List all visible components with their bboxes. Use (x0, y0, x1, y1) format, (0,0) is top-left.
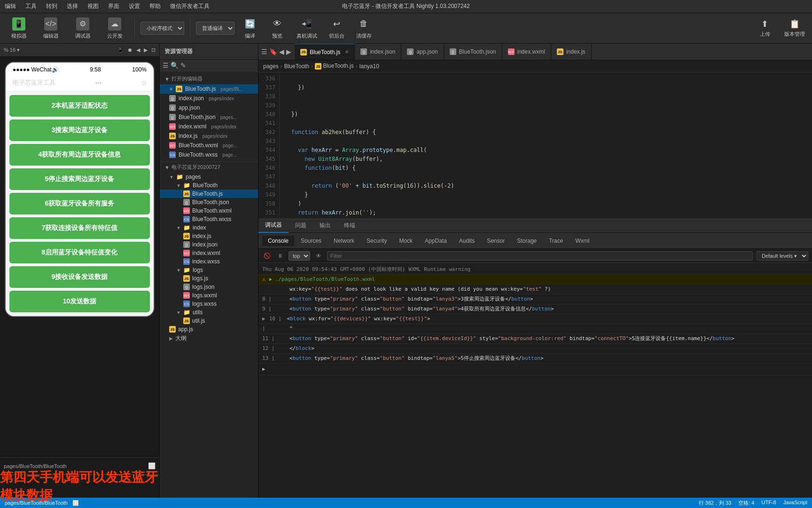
phone-icon-back[interactable]: ◀ (136, 47, 140, 53)
menu-item-wechat[interactable]: 微信开发者工具 (170, 2, 210, 10)
clear-button[interactable]: 🗑 清缓存 (352, 16, 375, 41)
open-file-app-json[interactable]: {} app.json (160, 103, 258, 112)
tree-index-js[interactable]: JS index.js (160, 232, 258, 240)
phone-btn-3[interactable]: 5停止搜索周边蓝牙设备 (9, 168, 150, 190)
version-button[interactable]: 📋 版本管理 (781, 16, 807, 40)
open-file-bluetooth-js[interactable]: ✕ JS BlueTooth.js pages/Bl... (160, 84, 258, 94)
dt-tab-trace[interactable]: Trace (543, 236, 569, 246)
phone-btn-4[interactable]: 6获取蓝牙设备所有服务 (9, 193, 150, 214)
tree-util-js[interactable]: JS util.js (160, 317, 258, 325)
tab-forward-icon[interactable]: ▶ (286, 48, 291, 56)
tree-logs-folder[interactable]: ▼ 📁 logs (160, 266, 258, 274)
tree-index-wxss[interactable]: CS index.wxss (160, 257, 258, 266)
simulator-button[interactable]: 📱 模拟器 (5, 16, 33, 41)
tree-bluetooth-js[interactable]: JS BlueTooth.js (160, 190, 258, 198)
file-panel-icon-new[interactable]: ✎ (180, 62, 186, 69)
tree-utils-folder[interactable]: ▼ 📁 utils (160, 308, 258, 317)
console-level-select[interactable]: Default levels ▾ (757, 251, 808, 261)
tree-index-wxml[interactable]: WX index.wxml (160, 249, 258, 257)
open-file-index-json[interactable]: {} index.json pages/index (160, 94, 258, 103)
phone-icon-device[interactable]: 📱 (117, 47, 124, 53)
tree-index-folder[interactable]: ▼ 📁 index (160, 223, 258, 232)
phone-close-icon[interactable]: ⊙ (141, 79, 147, 87)
phone-more-icon[interactable]: ••• (95, 79, 102, 87)
backend-button[interactable]: ↩ 切后台 (325, 16, 348, 41)
dt-tab-appdata[interactable]: AppData (419, 236, 453, 246)
console-tab-terminal[interactable]: 终端 (337, 219, 362, 233)
editor-button[interactable]: </> 编辑器 (37, 16, 65, 41)
tab-hamburger-icon[interactable]: ☰ (261, 48, 267, 56)
open-file-index-wxml[interactable]: WX index.wxml pages/index (160, 122, 258, 131)
phone-icon-forward[interactable]: ▶ (144, 47, 148, 53)
breadcrumb-bluetooth[interactable]: BlueTooth (284, 63, 309, 70)
open-file-index-js[interactable]: JS index.js pages/index (160, 131, 258, 141)
breadcrumb-bluetooth-js[interactable]: JS BlueTooth.js (315, 63, 354, 70)
file-panel-icon-hamburger[interactable]: ☰ (163, 62, 169, 69)
console-tab-problems[interactable]: 问题 (289, 219, 313, 233)
warning-source[interactable]: ▶ ./pages/BlueTooth/BlueTooth.wxml (269, 276, 375, 283)
console-tab-output[interactable]: 输出 (313, 219, 337, 233)
console-scope-select[interactable]: top (289, 251, 310, 261)
console-clear-btn[interactable]: 🚫 (262, 251, 272, 261)
real-machine-button[interactable]: 📲 真机调试 (293, 16, 321, 41)
tree-bluetooth-json[interactable]: {} BlueTooth.json (160, 198, 258, 206)
tab-index-json[interactable]: {} index.json (355, 44, 401, 60)
console-tab-debug[interactable]: 调试器 (258, 219, 289, 233)
tree-pages-folder[interactable]: ▼ 📁 pages (160, 173, 258, 181)
compile-button[interactable]: 🔄 编译 (238, 16, 262, 41)
phone-btn-0[interactable]: 2本机蓝牙适配状态 (9, 95, 150, 117)
tab-bluetooth-js[interactable]: JS BlueTooth.js ✕ (295, 44, 355, 60)
compiler-select[interactable]: 普通编译 (196, 22, 234, 35)
tab-index-wxml[interactable]: WX index.wxml (502, 44, 551, 60)
file-panel-icon-search[interactable]: 🔍 (171, 62, 179, 69)
close-x-icon[interactable]: ✕ (169, 87, 173, 92)
phone-btn-1[interactable]: 3搜索周边蓝牙设备 (9, 119, 150, 141)
breadcrumb-lanya10[interactable]: lanya10 (359, 63, 379, 70)
phone-btn-8[interactable]: 10发送数据 (9, 291, 150, 312)
tree-bluetooth-folder[interactable]: ▼ 📁 BlueTooth (160, 181, 258, 190)
tree-logs-wxss[interactable]: CS logs.wxss (160, 300, 258, 308)
breadcrumb-pages[interactable]: pages (263, 63, 279, 70)
cloud-button[interactable]: ☁ 云开发 (101, 16, 129, 41)
dt-tab-network[interactable]: Network (328, 236, 360, 246)
tab-index-js[interactable]: JS index.js (551, 44, 592, 60)
upload-button[interactable]: ⬆ 上传 (752, 16, 778, 40)
open-file-bluetooth-wxss[interactable]: CS BlueTooth.wxss page... (160, 150, 258, 159)
menu-item-select[interactable]: 选择 (67, 2, 78, 10)
menu-item-help[interactable]: 帮助 (149, 2, 161, 10)
menu-item-interface[interactable]: 界面 (108, 2, 119, 10)
open-file-bluetooth-json[interactable]: {} BlueTooth.json pages... (160, 112, 258, 122)
dt-tab-audits[interactable]: Audits (453, 236, 480, 246)
phone-icon-record[interactable]: ⏺ (127, 47, 133, 53)
console-pause-btn[interactable]: ⏸ (275, 251, 285, 261)
code-content[interactable]: }) }) function ab2hex(buffer) { var hexA… (280, 72, 812, 218)
tree-index-json[interactable]: {} index.json (160, 240, 258, 249)
menu-item-goto[interactable]: 转到 (46, 2, 57, 10)
dt-tab-sensor[interactable]: Sensor (481, 236, 510, 246)
tab-bookmark-icon[interactable]: 🔖 (269, 48, 277, 56)
menu-item-edit[interactable]: 编辑 (5, 2, 16, 10)
expand-icon[interactable]: ▶ (262, 315, 265, 323)
dt-tab-security[interactable]: Security (361, 236, 392, 246)
menu-item-tools[interactable]: 工具 (25, 2, 37, 10)
console-eye-btn[interactable]: 👁 (314, 251, 323, 261)
bluetooth-js-tab-close[interactable]: ✕ (345, 49, 349, 55)
wxml-icon[interactable]: ⬜ (72, 500, 79, 506)
tab-app-json[interactable]: {} app.json (401, 44, 444, 60)
phone-btn-6[interactable]: 8启用蓝牙设备特征值变化 (9, 242, 150, 263)
dt-tab-storage[interactable]: Storage (511, 236, 542, 246)
dt-tab-sources[interactable]: Sources (295, 236, 327, 246)
dt-tab-mock[interactable]: Mock (393, 236, 418, 246)
menu-item-settings[interactable]: 设置 (129, 2, 140, 10)
console-input-line[interactable]: ▶ (258, 364, 812, 375)
phone-icon-fullscreen[interactable]: ⊡ (151, 47, 156, 53)
tab-back-icon[interactable]: ◀ (279, 48, 284, 56)
phone-btn-7[interactable]: 9接收设备发送数据 (9, 266, 150, 288)
tree-logs-json[interactable]: {} logs.json (160, 283, 258, 291)
preview-button[interactable]: 👁 预览 (265, 16, 289, 41)
tab-bluetooth-json[interactable]: {} BlueTooth.json (444, 44, 502, 60)
tree-bluetooth-wxml[interactable]: WX BlueTooth.wxml (160, 206, 258, 215)
dt-tab-console[interactable]: Console (262, 236, 294, 246)
open-file-bluetooth-wxml[interactable]: WX BlueTooth.wxml page... (160, 141, 258, 150)
tree-outline[interactable]: ▶ 大纲 (160, 333, 258, 343)
